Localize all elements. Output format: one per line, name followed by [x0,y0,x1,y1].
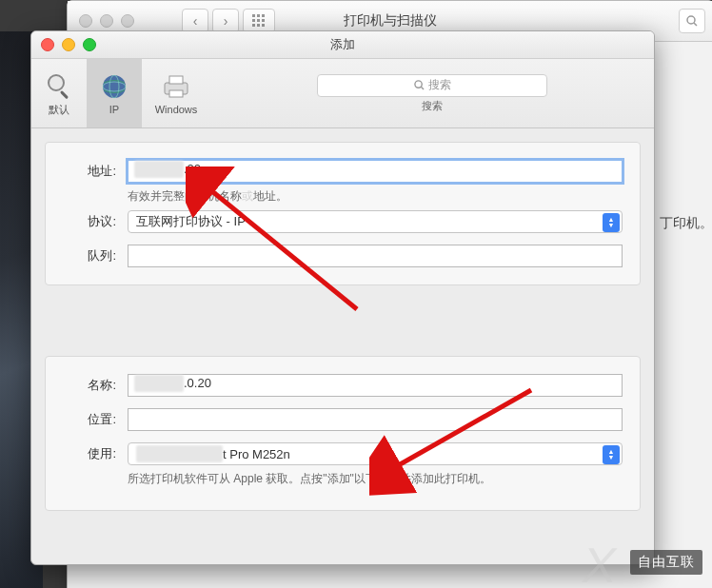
name-label: 名称: [63,377,116,394]
tab-windows-label: Windows [155,104,198,115]
address-hint-a: 有效并完整的主机名称 [128,189,242,203]
prefs-traffic-lights[interactable] [79,14,134,28]
tab-windows[interactable]: Windows [142,59,210,127]
svg-rect-8 [262,24,265,27]
add-titlebar: 添加 [31,31,654,59]
tab-default-label: 默认 [49,103,69,117]
queue-input[interactable] [128,245,623,267]
address-suffix: .20 [184,162,201,176]
address-hint: 有效并完整的主机名称或地址。 [128,188,623,205]
name-masked [134,375,184,392]
use-select[interactable]: t Pro M252n ▲▼ [128,442,623,465]
prefs-zoom-button[interactable] [121,14,134,28]
tab-ip-label: IP [109,104,119,115]
printer-icon [161,71,191,102]
prefs-minimize-button[interactable] [100,14,113,28]
prefs-title: 打印机与扫描仪 [344,12,437,29]
svg-point-9 [687,16,695,24]
add-toolbar: 默认 IP Windows 搜索 搜索 [31,59,654,128]
tab-default[interactable]: 默认 [31,59,87,127]
panel-spacer [31,299,654,356]
address-hint-b: 地址。 [253,189,287,203]
svg-rect-1 [257,14,260,17]
prefs-close-button[interactable] [79,14,92,28]
protocol-select[interactable]: 互联网打印协议 - IP ▲▼ [128,210,623,233]
search-icon [414,80,425,90]
window-close-button[interactable] [41,38,54,51]
queue-label: 队列: [63,247,116,265]
bg-printer-text: 丁印机。 [660,215,712,232]
tab-ip[interactable]: IP [87,59,142,127]
toolbar-search-placeholder: 搜索 [428,77,451,93]
protocol-value: 互联网打印协议 - IP [136,213,246,230]
printer-info-panel: 名称: .0.20 位置: 使用: t Pro M252n ▲▼ [45,356,641,511]
watermark: 自由互联 [630,550,702,575]
svg-rect-17 [169,76,183,84]
use-suffix: t Pro M252n [223,447,290,461]
svg-point-11 [49,75,64,90]
svg-line-20 [421,87,424,89]
globe-icon [99,71,129,102]
chevron-updown-icon: ▲▼ [603,445,620,464]
svg-rect-7 [257,24,260,27]
svg-point-13 [103,75,126,98]
add-printer-window: 添加 默认 IP Windows 搜索 搜索 [30,30,655,565]
watermark-text: 自由互联 [630,550,702,575]
use-hint: 所选打印机软件可从 Apple 获取。点按"添加"以下载它并添加此打印机。 [128,471,623,487]
svg-rect-18 [169,90,183,97]
address-input[interactable]: .20 [128,160,623,183]
magnifier-icon [44,70,74,101]
connection-panel: 地址: .20 有效并完整的主机名称或地址。 协议: 互联网打印协议 - IP … [45,142,641,285]
name-input[interactable]: .0.20 [128,374,623,397]
add-window-title: 添加 [330,36,355,53]
address-label: 地址: [63,163,116,180]
svg-rect-0 [252,14,255,17]
toolbar-search-input[interactable]: 搜索 [317,74,547,97]
svg-rect-12 [60,90,69,99]
prefs-search-button[interactable] [679,9,705,33]
toolbar-search-wrap: 搜索 搜索 [210,59,654,127]
window-minimize-button[interactable] [62,38,75,51]
protocol-label: 协议: [63,213,116,230]
svg-rect-2 [262,14,265,17]
svg-rect-6 [252,24,255,27]
location-label: 位置: [63,411,116,428]
svg-rect-4 [257,19,260,22]
svg-line-10 [694,23,697,26]
use-masked [136,445,223,462]
location-input[interactable] [128,408,623,431]
name-suffix: .0.20 [184,376,211,390]
address-masked [134,161,184,178]
use-label: 使用: [63,445,116,462]
window-zoom-button[interactable] [83,38,96,51]
svg-rect-3 [252,19,255,22]
svg-point-19 [414,81,421,88]
toolbar-search-label: 搜索 [422,99,443,113]
add-traffic-lights [41,38,96,51]
chevron-updown-icon: ▲▼ [603,213,620,232]
svg-rect-5 [262,19,265,22]
